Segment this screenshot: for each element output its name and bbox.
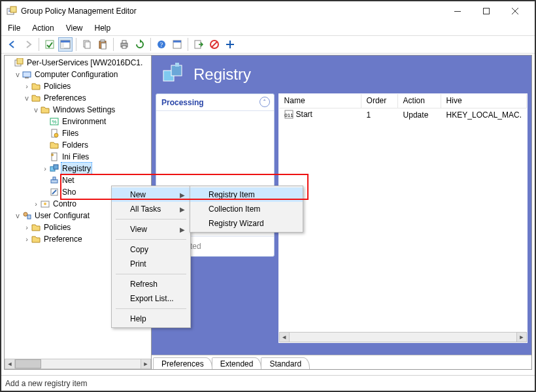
menu-view[interactable]: View▶ xyxy=(112,222,190,237)
menu-export-list[interactable]: Export List... xyxy=(112,291,190,306)
menu-help[interactable]: Help xyxy=(93,22,112,34)
col-order[interactable]: Order xyxy=(361,94,398,108)
stop-button[interactable] xyxy=(207,37,222,52)
properties-button[interactable] xyxy=(42,37,57,52)
svg-rect-23 xyxy=(173,41,181,42)
menu-print[interactable]: Print xyxy=(112,257,190,271)
svg-point-38 xyxy=(51,154,54,156)
svg-rect-50 xyxy=(175,63,179,67)
svg-rect-31 xyxy=(23,72,31,77)
status-text: Add a new registry item xyxy=(5,379,87,388)
tree-registry[interactable]: ›Registry xyxy=(6,163,151,174)
tab-standard[interactable]: Standard xyxy=(261,357,310,370)
refresh-button[interactable] xyxy=(133,37,147,52)
svg-rect-3 xyxy=(10,7,16,12)
col-hive[interactable]: Hive xyxy=(441,94,527,108)
tree-environment[interactable]: %Environment xyxy=(6,116,151,127)
registry-item-icon: 011 xyxy=(284,110,293,119)
col-name[interactable]: Name xyxy=(279,94,361,108)
svg-point-36 xyxy=(54,133,58,137)
svg-rect-41 xyxy=(51,180,58,183)
context-submenu-new[interactable]: Registry Item Collection Item Registry W… xyxy=(190,186,303,233)
submenu-arrow-icon: ▶ xyxy=(180,191,185,199)
svg-text:%: % xyxy=(52,119,56,125)
tree-ini-files[interactable]: Ini Files xyxy=(6,151,151,163)
print-button[interactable] xyxy=(117,37,131,52)
view-toggle-button[interactable] xyxy=(170,37,184,52)
menubar: File Action View Help xyxy=(1,21,535,35)
list-horizontal-scrollbar[interactable]: ◄ ► xyxy=(279,332,527,342)
svg-rect-10 xyxy=(61,41,70,42)
context-menu[interactable]: New▶ All Tasks▶ View▶ Copy Print Refresh… xyxy=(111,186,191,328)
add-button[interactable] xyxy=(223,37,237,52)
svg-rect-4 xyxy=(454,11,461,12)
svg-point-45 xyxy=(44,203,46,205)
minimize-button[interactable] xyxy=(443,2,472,20)
registry-icon xyxy=(162,63,186,86)
scroll-right-button[interactable]: ► xyxy=(516,332,527,342)
menu-registry-wizard[interactable]: Registry Wizard xyxy=(190,216,303,231)
svg-rect-28 xyxy=(226,44,234,45)
svg-text:011: 011 xyxy=(284,112,293,118)
tab-preferences[interactable]: Preferences xyxy=(153,357,212,370)
svg-point-46 xyxy=(24,212,27,216)
help-button[interactable]: ? xyxy=(154,37,169,52)
svg-rect-30 xyxy=(17,58,23,64)
tree-root[interactable]: Per-UserServices [WW2016DC1. xyxy=(6,57,151,69)
svg-rect-47 xyxy=(27,215,31,219)
svg-rect-15 xyxy=(101,40,105,42)
svg-rect-16 xyxy=(101,43,106,49)
forward-button[interactable] xyxy=(21,37,35,52)
list-header: Name Order Action Hive xyxy=(279,94,527,108)
app-window: Group Policy Management Editor File Acti… xyxy=(0,0,536,392)
tree-computer-configuration[interactable]: vComputer Configuration xyxy=(6,69,151,80)
scroll-left-button[interactable]: ◄ xyxy=(279,332,290,342)
results-list[interactable]: Name Order Action Hive 011Start 1 Update… xyxy=(278,93,528,343)
col-action[interactable]: Action xyxy=(398,94,441,108)
tree-files[interactable]: Files xyxy=(6,127,151,139)
tab-extended[interactable]: Extended xyxy=(212,357,262,370)
svg-rect-11 xyxy=(61,42,64,48)
pane-toggle-button[interactable] xyxy=(58,37,73,52)
svg-rect-13 xyxy=(85,42,90,48)
menu-view[interactable]: View xyxy=(65,22,84,34)
svg-line-26 xyxy=(212,42,217,47)
scroll-right-button[interactable]: ► xyxy=(141,359,151,369)
back-button[interactable] xyxy=(5,37,20,52)
status-bar: Add a new registry item xyxy=(1,375,535,391)
menu-new[interactable]: New▶ xyxy=(112,188,190,202)
details-header: Registry xyxy=(152,56,531,93)
close-button[interactable] xyxy=(501,2,529,20)
submenu-arrow-icon: ▶ xyxy=(180,206,185,213)
cell-order: 1 xyxy=(361,110,398,120)
menu-context-help[interactable]: Help xyxy=(112,312,190,326)
tree-policies[interactable]: ›Policies xyxy=(6,80,151,92)
menu-file[interactable]: File xyxy=(7,22,22,34)
menu-all-tasks[interactable]: All Tasks▶ xyxy=(112,202,190,216)
tab-strip: Preferences Extended Standard xyxy=(152,355,531,369)
menu-action[interactable]: Action xyxy=(31,22,55,34)
menu-collection-item[interactable]: Collection Item xyxy=(190,202,303,216)
tree-preferences[interactable]: vPreferences xyxy=(6,92,151,104)
list-row[interactable]: 011Start 1 Update HKEY_LOCAL_MAC. xyxy=(279,108,527,122)
export-button[interactable] xyxy=(192,37,206,52)
collapse-icon[interactable]: ˆ xyxy=(260,97,270,107)
tree-folders[interactable]: Folders xyxy=(6,139,151,151)
titlebar: Group Policy Management Editor xyxy=(1,1,535,21)
svg-rect-42 xyxy=(53,177,56,180)
maximize-button[interactable] xyxy=(472,2,501,20)
tree-windows-settings[interactable]: vWindows Settings xyxy=(6,104,151,116)
menu-registry-item[interactable]: Registry Item xyxy=(190,188,303,202)
menu-refresh[interactable]: Refresh xyxy=(112,277,190,291)
cell-name: 011Start xyxy=(279,110,361,121)
scroll-left-button[interactable]: ◄ xyxy=(5,359,15,369)
svg-text:?: ? xyxy=(160,41,163,48)
copy-button[interactable] xyxy=(80,37,94,52)
tree-horizontal-scrollbar[interactable]: ◄ ► xyxy=(5,359,151,369)
paste-button[interactable] xyxy=(95,37,110,52)
cell-action: Update xyxy=(398,110,441,120)
app-icon xyxy=(7,6,17,16)
menu-copy[interactable]: Copy xyxy=(112,242,190,257)
svg-rect-19 xyxy=(122,46,126,48)
tree-network[interactable]: Net xyxy=(6,174,151,186)
